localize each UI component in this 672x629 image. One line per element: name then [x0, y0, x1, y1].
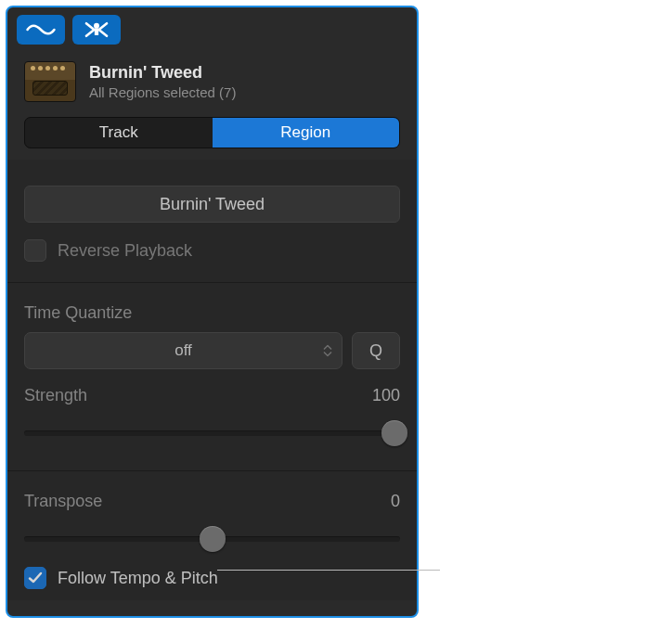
header: Burnin' Tweed All Regions selected (7) [7, 50, 417, 111]
updown-icon [323, 345, 332, 357]
tab-track[interactable]: Track [25, 118, 213, 148]
strength-label: Strength [24, 386, 87, 405]
transpose-slider[interactable] [24, 526, 400, 552]
inspector-panel: Burnin' Tweed All Regions selected (7) T… [6, 6, 419, 618]
top-toolbar [7, 7, 417, 50]
transpose-label: Transpose [24, 492, 102, 511]
time-quantize-title: Time Quantize [7, 283, 417, 332]
merge-button[interactable] [72, 15, 121, 45]
follow-tempo-pitch-checkbox[interactable] [24, 567, 46, 589]
svg-point-0 [94, 23, 99, 29]
reverse-playback-label: Reverse Playback [58, 241, 192, 261]
reverse-playback-checkbox[interactable] [24, 239, 46, 262]
track-title: Burnin' Tweed [89, 63, 236, 83]
follow-tempo-pitch-label: Follow Tempo & Pitch [58, 569, 218, 588]
strength-slider[interactable] [24, 420, 400, 446]
region-name-field[interactable]: Burnin' Tweed [24, 186, 400, 223]
tab-region[interactable]: Region [213, 118, 400, 148]
track-thumbnail [24, 61, 76, 102]
quantize-button[interactable]: Q [352, 332, 400, 369]
link-button[interactable] [17, 15, 65, 45]
check-icon [28, 571, 43, 585]
time-quantize-value: off [174, 341, 192, 360]
selection-subtitle: All Regions selected (7) [89, 84, 236, 100]
transpose-value[interactable]: 0 [391, 492, 400, 511]
link-icon [25, 19, 57, 40]
time-quantize-popup[interactable]: off [24, 332, 342, 369]
merge-icon [81, 19, 112, 40]
strength-value[interactable]: 100 [372, 386, 400, 405]
track-region-segmented[interactable]: Track Region [24, 117, 400, 148]
